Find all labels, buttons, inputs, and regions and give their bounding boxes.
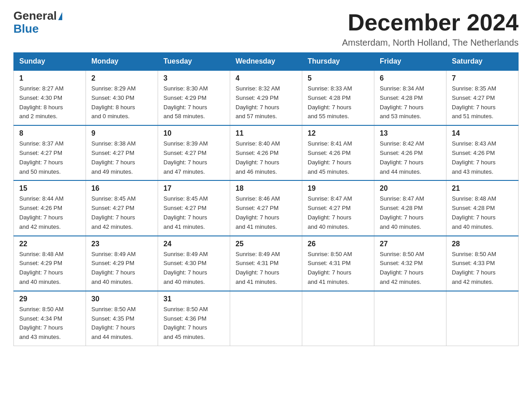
day-number: 14 [452, 129, 513, 137]
day-header-friday: Friday [374, 53, 446, 71]
day-info: Sunrise: 8:50 AMSunset: 4:36 PMDaylight:… [163, 305, 224, 342]
day-number: 27 [380, 240, 441, 248]
page-header: General Blue December 2024 Amsterdam, No… [13, 9, 519, 48]
day-number: 8 [19, 129, 80, 137]
day-number: 31 [163, 295, 224, 303]
calendar-cell: 21 Sunrise: 8:48 AMSunset: 4:28 PMDaylig… [446, 180, 519, 235]
calendar-cell: 29 Sunrise: 8:50 AMSunset: 4:34 PMDaylig… [14, 291, 86, 346]
day-number: 11 [236, 129, 296, 137]
day-number: 4 [236, 74, 296, 82]
day-number: 24 [163, 240, 224, 248]
day-info: Sunrise: 8:27 AMSunset: 4:30 PMDaylight:… [19, 84, 80, 121]
day-info: Sunrise: 8:32 AMSunset: 4:29 PMDaylight:… [236, 84, 296, 121]
day-number: 12 [308, 129, 369, 137]
calendar-cell: 30 Sunrise: 8:50 AMSunset: 4:35 PMDaylig… [86, 291, 158, 346]
calendar-cell: 22 Sunrise: 8:48 AMSunset: 4:29 PMDaylig… [14, 236, 86, 291]
day-number: 30 [91, 295, 152, 303]
calendar-cell: 19 Sunrise: 8:47 AMSunset: 4:27 PMDaylig… [302, 180, 374, 235]
calendar-cell: 4 Sunrise: 8:32 AMSunset: 4:29 PMDayligh… [230, 70, 302, 125]
calendar-cell [230, 291, 302, 346]
day-info: Sunrise: 8:48 AMSunset: 4:28 PMDaylight:… [452, 194, 513, 231]
calendar-cell: 27 Sunrise: 8:50 AMSunset: 4:32 PMDaylig… [374, 236, 446, 291]
day-number: 7 [452, 74, 513, 82]
day-info: Sunrise: 8:46 AMSunset: 4:27 PMDaylight:… [236, 194, 296, 231]
day-number: 26 [308, 240, 369, 248]
calendar-cell: 3 Sunrise: 8:30 AMSunset: 4:29 PMDayligh… [158, 70, 230, 125]
day-number: 15 [19, 184, 80, 193]
day-number: 23 [91, 240, 152, 248]
day-info: Sunrise: 8:50 AMSunset: 4:32 PMDaylight:… [380, 250, 441, 287]
day-info: Sunrise: 8:50 AMSunset: 4:31 PMDaylight:… [308, 250, 369, 287]
day-number: 22 [19, 240, 80, 248]
day-header-tuesday: Tuesday [158, 53, 230, 71]
calendar-cell: 17 Sunrise: 8:45 AMSunset: 4:27 PMDaylig… [158, 180, 230, 235]
calendar-cell: 23 Sunrise: 8:49 AMSunset: 4:29 PMDaylig… [86, 236, 158, 291]
calendar-cell: 2 Sunrise: 8:29 AMSunset: 4:30 PMDayligh… [86, 70, 158, 125]
day-info: Sunrise: 8:39 AMSunset: 4:27 PMDaylight:… [163, 139, 224, 176]
calendar-cell: 8 Sunrise: 8:37 AMSunset: 4:27 PMDayligh… [14, 125, 86, 180]
logo-blue-text: Blue [13, 22, 62, 36]
day-number: 3 [163, 74, 224, 82]
day-number: 29 [19, 295, 80, 303]
day-number: 19 [308, 184, 369, 193]
day-info: Sunrise: 8:45 AMSunset: 4:27 PMDaylight:… [91, 194, 152, 231]
day-info: Sunrise: 8:42 AMSunset: 4:26 PMDaylight:… [380, 139, 441, 176]
logo-triangle-icon [58, 12, 62, 20]
day-info: Sunrise: 8:47 AMSunset: 4:28 PMDaylight:… [380, 194, 441, 231]
calendar-cell: 13 Sunrise: 8:42 AMSunset: 4:26 PMDaylig… [374, 125, 446, 180]
day-number: 20 [380, 184, 441, 193]
day-info: Sunrise: 8:29 AMSunset: 4:30 PMDaylight:… [91, 84, 152, 121]
calendar-cell: 14 Sunrise: 8:43 AMSunset: 4:26 PMDaylig… [446, 125, 519, 180]
day-info: Sunrise: 8:48 AMSunset: 4:29 PMDaylight:… [19, 250, 80, 287]
day-info: Sunrise: 8:50 AMSunset: 4:33 PMDaylight:… [452, 250, 513, 287]
day-number: 18 [236, 184, 296, 193]
calendar-cell: 15 Sunrise: 8:44 AMSunset: 4:26 PMDaylig… [14, 180, 86, 235]
day-number: 28 [452, 240, 513, 248]
calendar-week-row: 1 Sunrise: 8:27 AMSunset: 4:30 PMDayligh… [14, 70, 519, 125]
calendar-cell [446, 291, 519, 346]
calendar-table: SundayMondayTuesdayWednesdayThursdayFrid… [13, 52, 519, 346]
day-header-wednesday: Wednesday [230, 53, 302, 71]
day-number: 9 [91, 129, 152, 137]
day-info: Sunrise: 8:34 AMSunset: 4:28 PMDaylight:… [380, 84, 441, 121]
calendar-cell: 6 Sunrise: 8:34 AMSunset: 4:28 PMDayligh… [374, 70, 446, 125]
calendar-week-row: 8 Sunrise: 8:37 AMSunset: 4:27 PMDayligh… [14, 125, 519, 180]
day-number: 16 [91, 184, 152, 193]
day-number: 1 [19, 74, 80, 82]
calendar-cell: 9 Sunrise: 8:38 AMSunset: 4:27 PMDayligh… [86, 125, 158, 180]
calendar-cell: 18 Sunrise: 8:46 AMSunset: 4:27 PMDaylig… [230, 180, 302, 235]
day-header-sunday: Sunday [14, 53, 86, 71]
day-number: 21 [452, 184, 513, 193]
day-info: Sunrise: 8:49 AMSunset: 4:30 PMDaylight:… [163, 250, 224, 287]
day-number: 2 [91, 74, 152, 82]
day-info: Sunrise: 8:44 AMSunset: 4:26 PMDaylight:… [19, 194, 80, 231]
day-info: Sunrise: 8:49 AMSunset: 4:31 PMDaylight:… [236, 250, 296, 287]
day-number: 10 [163, 129, 224, 137]
calendar-cell: 24 Sunrise: 8:49 AMSunset: 4:30 PMDaylig… [158, 236, 230, 291]
day-info: Sunrise: 8:45 AMSunset: 4:27 PMDaylight:… [163, 194, 224, 231]
day-info: Sunrise: 8:38 AMSunset: 4:27 PMDaylight:… [91, 139, 152, 176]
day-number: 5 [308, 74, 369, 82]
calendar-cell: 1 Sunrise: 8:27 AMSunset: 4:30 PMDayligh… [14, 70, 86, 125]
day-number: 25 [236, 240, 296, 248]
day-header-thursday: Thursday [302, 53, 374, 71]
day-info: Sunrise: 8:47 AMSunset: 4:27 PMDaylight:… [308, 194, 369, 231]
day-number: 6 [380, 74, 441, 82]
day-info: Sunrise: 8:41 AMSunset: 4:26 PMDaylight:… [308, 139, 369, 176]
day-header-saturday: Saturday [446, 53, 519, 71]
day-number: 13 [380, 129, 441, 137]
month-title: December 2024 [342, 9, 519, 36]
calendar-cell: 7 Sunrise: 8:35 AMSunset: 4:27 PMDayligh… [446, 70, 519, 125]
calendar-cell: 20 Sunrise: 8:47 AMSunset: 4:28 PMDaylig… [374, 180, 446, 235]
calendar-cell: 16 Sunrise: 8:45 AMSunset: 4:27 PMDaylig… [86, 180, 158, 235]
day-info: Sunrise: 8:50 AMSunset: 4:34 PMDaylight:… [19, 305, 80, 342]
day-info: Sunrise: 8:30 AMSunset: 4:29 PMDaylight:… [163, 84, 224, 121]
calendar-cell: 28 Sunrise: 8:50 AMSunset: 4:33 PMDaylig… [446, 236, 519, 291]
calendar-header-row: SundayMondayTuesdayWednesdayThursdayFrid… [14, 53, 519, 71]
day-info: Sunrise: 8:50 AMSunset: 4:35 PMDaylight:… [91, 305, 152, 342]
title-area: December 2024 Amsterdam, North Holland, … [342, 9, 519, 48]
day-info: Sunrise: 8:37 AMSunset: 4:27 PMDaylight:… [19, 139, 80, 176]
day-header-monday: Monday [86, 53, 158, 71]
day-info: Sunrise: 8:40 AMSunset: 4:26 PMDaylight:… [236, 139, 296, 176]
day-number: 17 [163, 184, 224, 193]
